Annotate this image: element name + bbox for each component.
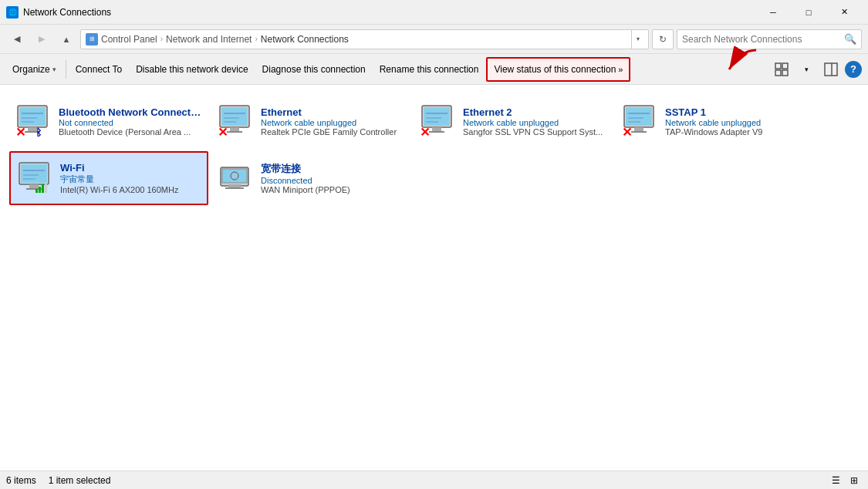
svg-rect-49 bbox=[45, 183, 47, 193]
network-icon-ethernet: ✕ bbox=[218, 103, 255, 140]
network-item-bluetooth[interactable]: ✕ᛒBluetooth Network ConnectionNot connec… bbox=[9, 94, 208, 148]
refresh-button[interactable]: ↻ bbox=[652, 29, 674, 49]
minimize-button[interactable]: ─ bbox=[755, 0, 791, 25]
network-info-broadband: 宽带连接DisconnectedWAN Miniport (PPPOE) bbox=[261, 162, 404, 194]
selected-count: 1 item selected bbox=[49, 475, 111, 486]
svg-rect-32 bbox=[626, 107, 652, 126]
title-bar: 🌐 Network Connections ─ □ ✕ bbox=[0, 0, 868, 25]
toolbar-separator-1 bbox=[66, 60, 66, 79]
help-button[interactable]: ? bbox=[845, 61, 862, 78]
network-info-ethernet2: Ethernet 2Network cable unpluggedSangfor… bbox=[463, 106, 606, 137]
up-button[interactable]: ▲ bbox=[56, 29, 77, 50]
network-adapter-sstap1: TAP-Windows Adapter V9 bbox=[665, 127, 809, 137]
svg-text:✕: ✕ bbox=[622, 126, 632, 137]
search-input[interactable] bbox=[682, 34, 841, 45]
svg-rect-24 bbox=[424, 107, 450, 126]
network-item-ethernet[interactable]: ✕EthernetNetwork cable unpluggedRealtek … bbox=[211, 94, 410, 148]
network-item-ethernet2[interactable]: ✕Ethernet 2Network cable unpluggedSangfo… bbox=[414, 94, 613, 148]
network-item-sstap1[interactable]: ✕SSTAP 1Network cable unpluggedTAP-Windo… bbox=[616, 94, 815, 148]
svg-text:✕: ✕ bbox=[420, 126, 430, 137]
more-icon: » bbox=[618, 65, 623, 74]
network-status-wifi: 宇宙常量 bbox=[60, 174, 201, 185]
breadcrumb-part1: Control Panel bbox=[101, 34, 157, 45]
network-name-ethernet: Ethernet bbox=[261, 106, 404, 118]
network-icon-ethernet2: ✕ bbox=[420, 103, 457, 140]
item-count: 6 items bbox=[6, 475, 36, 486]
svg-rect-48 bbox=[42, 184, 44, 193]
svg-rect-1 bbox=[782, 63, 788, 69]
list-view-button[interactable]: ☰ bbox=[828, 474, 843, 487]
network-adapter-ethernet: Realtek PCIe GbE Family Controller bbox=[261, 127, 404, 137]
forward-button[interactable]: ▶ bbox=[31, 29, 52, 50]
title-bar-icon: 🌐 bbox=[6, 6, 19, 19]
breadcrumb: ⊞ Control Panel › Network and Internet ›… bbox=[80, 29, 649, 49]
network-name-broadband: 宽带连接 bbox=[261, 162, 404, 176]
network-icon-wifi bbox=[17, 160, 54, 197]
network-name-wifi: Wi-Fi bbox=[60, 162, 201, 174]
svg-rect-26 bbox=[429, 131, 444, 133]
svg-rect-0 bbox=[775, 63, 781, 69]
svg-rect-2 bbox=[775, 70, 781, 76]
status-bar: 6 items 1 item selected ☰ ⊞ bbox=[0, 470, 868, 489]
svg-rect-17 bbox=[230, 127, 239, 131]
svg-rect-40 bbox=[21, 164, 47, 183]
rename-button[interactable]: Rename this connection bbox=[373, 57, 485, 82]
breadcrumb-icon: ⊞ bbox=[86, 33, 98, 46]
breadcrumb-part2: Network and Internet bbox=[166, 34, 252, 45]
network-icon-bluetooth: ✕ᛒ bbox=[15, 103, 52, 140]
network-info-ethernet: EthernetNetwork cable unpluggedRealtek P… bbox=[261, 106, 404, 137]
svg-rect-53 bbox=[225, 187, 244, 189]
organize-chevron-icon: ▾ bbox=[52, 66, 56, 73]
svg-text:ᛒ: ᛒ bbox=[35, 126, 42, 137]
diagnose-button[interactable]: Diagnose this connection bbox=[256, 57, 372, 82]
network-status-bluetooth: Not connected bbox=[59, 118, 202, 127]
grid-view-button[interactable]: ⊞ bbox=[846, 474, 862, 487]
network-status-ethernet2: Network cable unplugged bbox=[463, 118, 606, 127]
back-button[interactable]: ◀ bbox=[6, 29, 28, 50]
connect-to-button[interactable]: Connect To bbox=[69, 57, 129, 82]
svg-text:✕: ✕ bbox=[218, 126, 228, 137]
svg-text:✕: ✕ bbox=[15, 126, 25, 137]
network-adapter-ethernet2: Sangfor SSL VPN CS Support Syst... bbox=[463, 127, 606, 137]
network-status-sstap1: Network cable unplugged bbox=[665, 118, 809, 127]
breadcrumb-dropdown[interactable]: ▾ bbox=[631, 29, 643, 49]
network-item-wifi[interactable]: Wi-Fi宇宙常量Intel(R) Wi-Fi 6 AX200 160MHz bbox=[9, 151, 208, 205]
svg-rect-4 bbox=[825, 63, 837, 76]
title-bar-title: Network Connections bbox=[23, 7, 111, 18]
maximize-button[interactable]: □ bbox=[791, 0, 826, 25]
preview-pane-button[interactable] bbox=[820, 59, 842, 80]
network-info-wifi: Wi-Fi宇宙常量Intel(R) Wi-Fi 6 AX200 160MHz bbox=[60, 162, 201, 194]
network-name-ethernet2: Ethernet 2 bbox=[463, 106, 606, 118]
svg-rect-41 bbox=[29, 184, 39, 188]
svg-rect-3 bbox=[782, 70, 788, 76]
content-area: ✕ᛒBluetooth Network ConnectionNot connec… bbox=[0, 85, 868, 470]
view-dropdown-button[interactable]: ▾ bbox=[795, 59, 817, 80]
svg-rect-46 bbox=[35, 189, 38, 193]
network-status-ethernet: Network cable unplugged bbox=[261, 118, 404, 127]
svg-rect-52 bbox=[228, 184, 241, 187]
svg-rect-47 bbox=[39, 187, 41, 193]
svg-rect-33 bbox=[634, 127, 643, 131]
disable-button[interactable]: Disable this network device bbox=[130, 57, 254, 82]
breadcrumb-sep2: › bbox=[255, 35, 257, 43]
svg-point-54 bbox=[231, 172, 238, 180]
network-status-broadband: Disconnected bbox=[261, 176, 404, 185]
network-item-broadband[interactable]: 宽带连接DisconnectedWAN Miniport (PPPOE) bbox=[211, 151, 410, 205]
svg-rect-25 bbox=[432, 127, 441, 131]
breadcrumb-sep1: › bbox=[160, 35, 163, 43]
close-button[interactable]: ✕ bbox=[826, 0, 862, 25]
network-info-sstap1: SSTAP 1Network cable unpluggedTAP-Window… bbox=[665, 106, 809, 137]
network-icon-broadband bbox=[218, 160, 255, 197]
network-adapter-wifi: Intel(R) Wi-Fi 6 AX200 160MHz bbox=[60, 185, 201, 194]
network-info-bluetooth: Bluetooth Network ConnectionNot connecte… bbox=[59, 106, 202, 137]
breadcrumb-part3: Network Connections bbox=[261, 34, 349, 45]
toolbar: Organize ▾ Connect To Disable this netwo… bbox=[0, 54, 868, 85]
svg-rect-34 bbox=[631, 131, 647, 133]
search-box: 🔍 bbox=[677, 29, 862, 49]
network-adapter-broadband: WAN Miniport (PPPOE) bbox=[261, 185, 404, 194]
view-status-button[interactable]: View status of this connection » bbox=[486, 57, 630, 82]
network-name-sstap1: SSTAP 1 bbox=[665, 106, 809, 118]
change-view-button[interactable] bbox=[771, 59, 792, 80]
organize-button[interactable]: Organize ▾ bbox=[6, 57, 62, 82]
search-icon: 🔍 bbox=[844, 33, 856, 45]
